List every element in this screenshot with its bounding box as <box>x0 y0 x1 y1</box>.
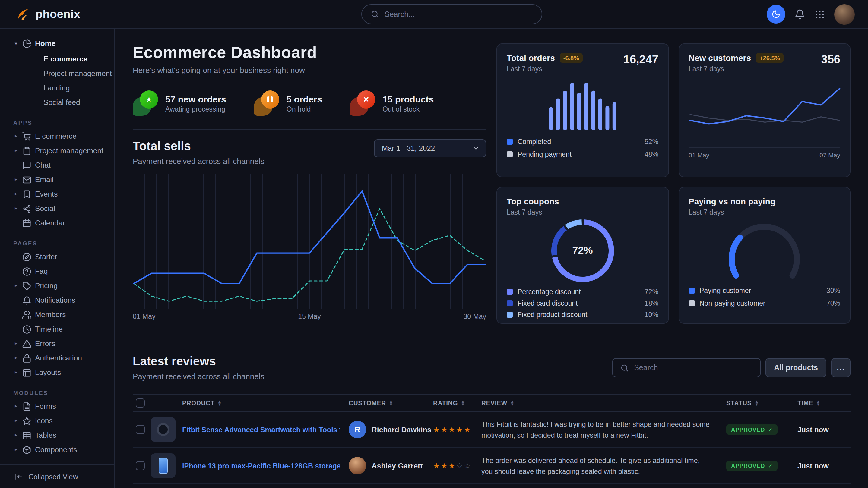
sidebar-subitem-ecommerce[interactable]: E commerce <box>0 52 114 66</box>
sidebar-item-layouts[interactable]: ▸ Layouts <box>0 365 114 380</box>
sidebar-subitem-landing[interactable]: Landing <box>0 81 114 95</box>
card-period: Last 7 days <box>507 208 658 216</box>
pie-chart-icon <box>22 39 31 48</box>
new-customers-value: 356 <box>821 53 840 66</box>
sidebar-item-label: Home <box>35 39 56 47</box>
total-sells-chart <box>133 174 486 309</box>
date-range-value: Mar 1 - 31, 2022 <box>382 144 435 153</box>
total-orders-card: Total orders -6.8% Last 7 days 16,247 <box>496 43 669 177</box>
share-icon <box>22 204 31 213</box>
sidebar-item-events[interactable]: ▸ Events <box>0 187 114 201</box>
sidebar-item-pricing[interactable]: ▸ Pricing <box>0 279 114 293</box>
caret-right-icon: ▸ <box>13 177 19 182</box>
stat-out-of-stock: × 15 products Out of stock <box>350 90 434 116</box>
sidebar-item-label: Project management <box>35 147 103 155</box>
all-products-button[interactable]: All products <box>766 358 826 378</box>
reviews-search[interactable] <box>612 358 761 378</box>
column-header-customer[interactable]: CUSTOMER <box>349 400 433 406</box>
sidebar-item-chat[interactable]: Chat <box>0 158 114 172</box>
legend-swatch <box>507 312 513 317</box>
sidebar-item-label: Icons <box>35 417 53 425</box>
home-sub-list: E commerce Project management Landing So… <box>0 52 114 110</box>
sidebar-item-label: Authentication <box>35 354 82 362</box>
notifications-button[interactable] <box>795 9 805 20</box>
sort-icon <box>389 400 393 406</box>
legend-item: Completed 52% <box>507 135 658 148</box>
stat-value: 15 products <box>382 94 434 104</box>
sidebar-item-components[interactable]: ▸ Components <box>0 443 114 457</box>
customer-name: Richard Dawkins <box>372 425 431 434</box>
customer-cell: Ashley Garrett <box>349 457 433 475</box>
column-header-status[interactable]: STATUS <box>726 400 798 406</box>
status-badge: APPROVED ✓ <box>726 461 777 471</box>
stat-value: 57 new orders <box>165 94 226 104</box>
chevron-down-icon <box>472 145 479 152</box>
date-range-select[interactable]: Mar 1 - 31, 2022 <box>374 139 486 157</box>
alert-icon <box>22 339 31 348</box>
legend-item: Pending payment 48% <box>507 148 658 160</box>
brand-name: phoenix <box>36 7 81 21</box>
theme-toggle-button[interactable] <box>767 5 785 24</box>
total-orders-chart <box>507 79 658 130</box>
search-icon <box>620 363 629 372</box>
sidebar-item-faq[interactable]: Faq <box>0 264 114 279</box>
more-options-button[interactable]: ... <box>831 358 850 378</box>
sidebar-item-label: Errors <box>35 339 55 348</box>
sidebar-item-social[interactable]: ▸ Social <box>0 201 114 216</box>
sidebar-item-notifications[interactable]: Notifications <box>0 293 114 307</box>
legend-value: 30% <box>826 287 840 294</box>
total-sells-title: Total sells <box>133 139 264 153</box>
column-header-product[interactable]: PRODUCT <box>148 400 349 406</box>
sidebar-item-starter[interactable]: Starter <box>0 250 114 264</box>
sidebar-item-authentication[interactable]: ▸ Authentication <box>0 351 114 365</box>
column-header-time[interactable]: TIME <box>798 400 850 406</box>
page-title: Ecommerce Dashboard <box>133 43 486 62</box>
global-search-input[interactable] <box>384 10 533 19</box>
reviews-toolbar: All products ... <box>612 358 850 378</box>
legend-label: Paying customer <box>700 287 751 294</box>
column-header-rating[interactable]: RATING <box>433 400 482 406</box>
sidebar-item-home[interactable]: ▾ Home <box>0 36 114 51</box>
sidebar-item-label: Events <box>35 190 58 198</box>
row-checkbox[interactable] <box>136 461 145 470</box>
apps-menu-button[interactable] <box>814 9 825 20</box>
trend-badge: -6.8% <box>560 53 583 63</box>
stat-value: 5 orders <box>286 94 322 104</box>
select-all-checkbox[interactable] <box>136 398 145 408</box>
x-tick: 01 May <box>133 313 155 320</box>
column-label: PRODUCT <box>182 400 214 406</box>
card-period: Last 7 days <box>688 208 840 216</box>
calendar-icon <box>22 219 31 228</box>
sidebar-subitem-project-management[interactable]: Project management <box>0 66 114 81</box>
sidebar-item-ecommerce-app[interactable]: ▸ E commerce <box>0 129 114 143</box>
caret-right-icon: ▸ <box>13 404 19 409</box>
mail-icon <box>22 175 31 184</box>
reviews-search-input[interactable] <box>634 363 753 372</box>
sidebar-item-calendar[interactable]: Calendar <box>0 216 114 230</box>
sidebar-item-project-management-app[interactable]: ▸ Project management <box>0 143 114 158</box>
product-link[interactable]: Fitbit Sense Advanced Smartwatch with To… <box>182 425 340 434</box>
sidebar-item-email[interactable]: ▸ Email <box>0 172 114 187</box>
sidebar-subitem-social-feed[interactable]: Social feed <box>0 95 114 110</box>
x-tick: 15 May <box>298 313 320 320</box>
sidebar-item-tables[interactable]: ▸ Tables <box>0 428 114 443</box>
user-avatar[interactable] <box>834 4 855 24</box>
sidebar-item-label: Starter <box>35 253 57 261</box>
sidebar-item-members[interactable]: Members <box>0 307 114 322</box>
sidebar-item-label: Components <box>35 446 77 454</box>
sidebar-item-timeline[interactable]: Timeline <box>0 322 114 336</box>
sort-icon <box>754 400 759 406</box>
sidebar-item-icons[interactable]: ▸ Icons <box>0 414 114 428</box>
row-checkbox[interactable] <box>136 425 145 434</box>
brand[interactable]: phoenix <box>16 7 81 22</box>
paying-gauge-chart <box>719 222 810 280</box>
global-search[interactable] <box>361 4 542 24</box>
column-header-review[interactable]: REVIEW <box>482 400 726 406</box>
product-link[interactable]: iPhone 13 pro max-Pacific Blue-128GB sto… <box>182 461 340 470</box>
sidebar-item-forms[interactable]: ▸ Forms <box>0 399 114 414</box>
collapse-sidebar-button[interactable]: Collapsed View <box>0 464 114 488</box>
caret-down-icon: ▾ <box>13 41 19 46</box>
sidebar-item-label: Layouts <box>35 368 61 377</box>
legend: Paying customer 30% Non-paying customer … <box>688 284 840 309</box>
sidebar-item-errors[interactable]: ▸ Errors <box>0 336 114 351</box>
